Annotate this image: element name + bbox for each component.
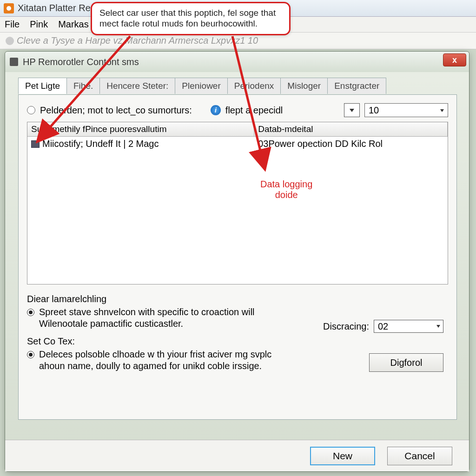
list-view: Sutermethily fPince puoresvallutim Datab… bbox=[27, 122, 448, 284]
panel-top-row: Pelderden; mot to lect_co sumorturs: i f… bbox=[27, 103, 448, 117]
info-label: flept a epecidl bbox=[225, 105, 283, 116]
menu-pink[interactable]: Pink bbox=[30, 19, 48, 30]
info-icon: i bbox=[211, 105, 221, 115]
column-header-1[interactable]: Sutermethily fPince puoresvallutim bbox=[27, 122, 254, 136]
callout-bubble: Select car user that this poptich, fel s… bbox=[91, 2, 291, 35]
tab-pleniower[interactable]: Pleniower bbox=[175, 78, 227, 94]
group2-title: Set Co Tex: bbox=[27, 336, 448, 347]
tab-pet-ligte[interactable]: Pet Ligte bbox=[18, 78, 67, 94]
close-button[interactable]: x bbox=[443, 53, 466, 66]
dialog-window: HP Remorotler Contont sms x Pet Ligte Fi… bbox=[5, 51, 469, 472]
radio-pelderden[interactable] bbox=[27, 106, 35, 114]
list-row[interactable]: Miicostify; Undeff It | 2 Magc 03Power o… bbox=[27, 137, 448, 151]
cell-2: 03Power opection DD Kilc Rol bbox=[258, 139, 383, 149]
radio-pelderden-label: Pelderden; mot to lect_co sumorturs: bbox=[40, 105, 192, 116]
new-button[interactable]: New bbox=[310, 447, 375, 465]
tab-enstgracter[interactable]: Enstgracter bbox=[327, 78, 386, 94]
tab-fihe[interactable]: Fihe. bbox=[66, 78, 100, 94]
tab-periodenx[interactable]: Periodenx bbox=[227, 78, 281, 94]
dialog-icon bbox=[10, 58, 18, 66]
breadcrumb-icon bbox=[6, 37, 14, 45]
dropdown-toggle[interactable] bbox=[344, 103, 360, 117]
tab-misloger[interactable]: Misloger bbox=[280, 78, 328, 94]
cell-1: Miicostify; Undeff It | 2 Magc bbox=[42, 139, 159, 149]
dialog-title: HP Remorotler Contont sms bbox=[23, 57, 139, 67]
menu-file[interactable]: File bbox=[5, 19, 20, 30]
tab-row: Pet Ligte Fihe. Hencere Steter: Pleniowe… bbox=[18, 78, 469, 94]
digforol-button[interactable]: Digforol bbox=[369, 353, 443, 372]
dialog-footer: New Cancel bbox=[5, 440, 469, 471]
discracing-label: Discracing: bbox=[323, 321, 369, 332]
column-header-2[interactable]: Datab-mdeital bbox=[254, 122, 448, 136]
radio-group1-label: Spreet stave shnvelcon with specific to … bbox=[39, 306, 290, 330]
group1-title: Diear lamarelchling bbox=[27, 294, 448, 304]
tab-panel: Pelderden; mot to lect_co sumorturs: i f… bbox=[18, 94, 457, 420]
radio-group1-option[interactable] bbox=[27, 309, 34, 316]
discracing-row: Discracing: 02 bbox=[323, 320, 443, 333]
menu-markas[interactable]: Markas bbox=[58, 19, 89, 30]
list-header: Sutermethily fPince puoresvallutim Datab… bbox=[27, 122, 448, 137]
annotation-text: Data logging doide bbox=[260, 179, 312, 200]
radio-group2-label: Deleces polsoble clhoade w th yiour fris… bbox=[39, 349, 290, 372]
tab-hencere-steter[interactable]: Hencere Steter: bbox=[99, 78, 175, 94]
number-field[interactable]: 10 bbox=[364, 103, 448, 117]
cancel-button[interactable]: Cancel bbox=[387, 447, 452, 465]
app-title: Xitatan Platter Re bbox=[18, 3, 91, 13]
dialog-titlebar: HP Remorotler Contont sms x bbox=[5, 52, 469, 72]
breadcrumb-text: Cleve a Tysye a Harpe vz Marchann Armers… bbox=[17, 35, 258, 46]
radio-group2-option[interactable] bbox=[27, 351, 34, 358]
row-icon bbox=[31, 140, 40, 148]
app-icon bbox=[4, 3, 14, 13]
discracing-field[interactable]: 02 bbox=[374, 320, 443, 333]
